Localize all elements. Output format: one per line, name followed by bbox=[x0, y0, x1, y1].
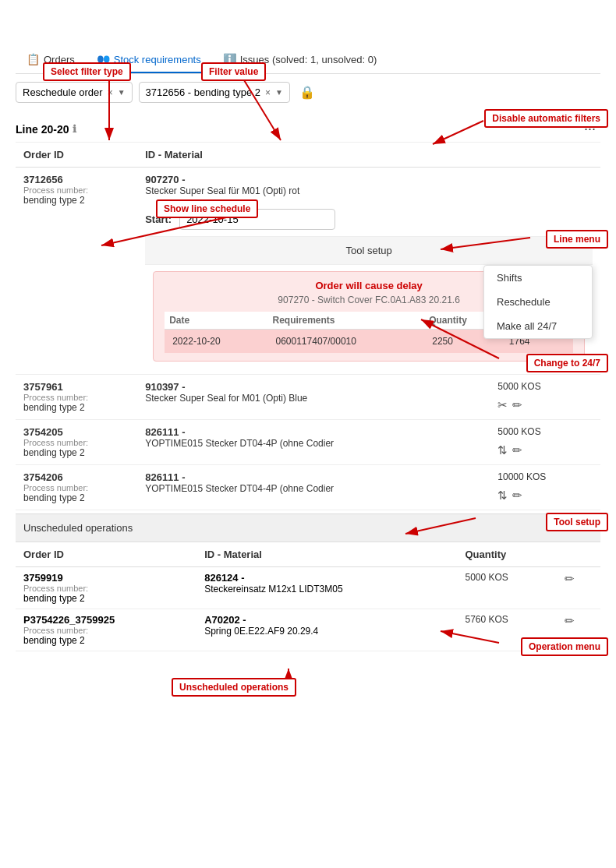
order-id-1: 3712656 bbox=[23, 174, 129, 185]
umaterial-name-1: Steckereinsatz M12x1 LIDT3M05 bbox=[204, 584, 449, 595]
delay-col-date: Date bbox=[165, 312, 267, 330]
ucol-material: ID - Material bbox=[196, 542, 457, 567]
filter-1-dropdown[interactable]: ▼ bbox=[118, 88, 126, 97]
list-item: P3754226_3759925 Process number: bending… bbox=[16, 609, 600, 651]
line-dropdown-menu: Shifts Reschedule Make all 24/7 bbox=[483, 265, 593, 339]
umaterial-id-2: A70202 - bbox=[204, 614, 449, 626]
filter-row: Reschedule order × ▼ 3712656 - bending t… bbox=[16, 82, 600, 103]
uorder-id-1: 3759919 bbox=[23, 572, 189, 584]
action-cell-4: ⇅ ✏ bbox=[497, 482, 593, 503]
filter-2-label: 3712656 - bending type 2 bbox=[146, 86, 260, 98]
ucol-order-id: Order ID bbox=[16, 542, 196, 567]
col-order-id: Order ID bbox=[16, 143, 137, 168]
line-info-icon[interactable]: ℹ bbox=[73, 123, 76, 135]
scissors-icon[interactable]: ✂ bbox=[497, 398, 508, 412]
filter-chip-2[interactable]: 3712656 - bending type 2 × ▼ bbox=[139, 82, 290, 103]
orders-table: Order ID ID - Material 3712656 Process n… bbox=[16, 143, 600, 510]
qty-3: 5000 KOS bbox=[497, 426, 593, 437]
arrows-icon-3[interactable]: ⇅ bbox=[497, 443, 508, 457]
delay-requirements: 0600117407/00010 bbox=[268, 330, 425, 354]
process-value-1: bending type 2 bbox=[23, 195, 129, 206]
process-value-2: bending type 2 bbox=[23, 402, 129, 413]
col-actions bbox=[490, 143, 600, 168]
arrows-icon-4[interactable]: ⇅ bbox=[497, 489, 508, 503]
unscheduled-section-header: Unscheduled operations bbox=[16, 513, 600, 542]
unscheduled-section-label: Unscheduled operations bbox=[23, 522, 133, 534]
table-row: 3754206 Process number: bending type 2 8… bbox=[16, 465, 600, 510]
filter-2-dropdown[interactable]: ▼ bbox=[275, 88, 283, 97]
edit-icon-4[interactable]: ✏ bbox=[512, 489, 522, 503]
edit-icon-3[interactable]: ✏ bbox=[512, 443, 522, 457]
menu-reschedule[interactable]: Reschedule bbox=[484, 290, 592, 314]
material-name-4: YOPTIME015 Stecker DT04-4P (ohne Codier bbox=[145, 483, 482, 494]
uorder-id-2: P3754226_3759925 bbox=[23, 614, 189, 626]
delay-date: 2022-10-20 bbox=[165, 330, 267, 354]
annotation-operation-menu: Operation menu bbox=[521, 637, 608, 656]
uqty-1: 5000 KOS bbox=[465, 572, 549, 583]
filter-2-close[interactable]: × bbox=[265, 87, 271, 98]
filter-1-label: Reschedule order bbox=[23, 86, 103, 98]
process-label-1: Process number: bbox=[23, 185, 129, 195]
action-cell-2: ✂ ✏ bbox=[497, 392, 593, 412]
uprocess-value-1: bending type 2 bbox=[23, 593, 189, 604]
umaterial-id-1: 826124 - bbox=[204, 572, 449, 584]
line-title-text: Line 20-20 bbox=[16, 123, 69, 136]
ucol-actions bbox=[557, 542, 600, 567]
annotation-show-line-schedule: Show line schedule bbox=[156, 199, 258, 218]
action-cell-3: ⇅ ✏ bbox=[497, 437, 593, 457]
order-id-2: 3757961 bbox=[23, 381, 129, 393]
material-id-2: 910397 - bbox=[145, 381, 482, 393]
table-row: 3757961 Process number: bending type 2 9… bbox=[16, 375, 600, 420]
uprocess-value-2: bending type 2 bbox=[23, 635, 189, 646]
line-title: Line 20-20 ℹ bbox=[16, 123, 76, 136]
delay-col-req: Requirements bbox=[268, 312, 425, 330]
order-id-4: 3754206 bbox=[23, 471, 129, 483]
annotation-disable-filters: Disable automatic filters bbox=[484, 109, 608, 128]
annotation-line-menu: Line menu bbox=[546, 230, 608, 249]
table-row: 3712656 Process number: bending type 2 9… bbox=[16, 168, 600, 375]
annotation-tool-setup: Tool setup bbox=[546, 513, 608, 531]
material-id-4: 826111 - bbox=[145, 471, 482, 483]
orders-icon: 📋 bbox=[27, 53, 40, 65]
filter-chip-1[interactable]: Reschedule order × ▼ bbox=[16, 82, 133, 103]
tool-setup-btn[interactable]: Tool setup bbox=[145, 237, 593, 265]
menu-shifts[interactable]: Shifts bbox=[484, 266, 592, 290]
table-row: 3754205 Process number: bending type 2 8… bbox=[16, 420, 600, 465]
process-label-4: Process number: bbox=[23, 483, 129, 492]
filter-1-close[interactable]: × bbox=[108, 87, 113, 98]
annotation-change-247: Change to 24/7 bbox=[526, 354, 608, 372]
uedit-icon-2[interactable]: ✏ bbox=[565, 614, 575, 627]
uprocess-label-2: Process number: bbox=[23, 626, 189, 635]
list-item: 3759919 Process number: bending type 2 8… bbox=[16, 567, 600, 609]
annotation-select-filter: Select filter type bbox=[43, 62, 131, 81]
lock-icon[interactable]: 🔒 bbox=[299, 85, 315, 100]
qty-2: 5000 KOS bbox=[497, 381, 593, 392]
material-name-1: Stecker Super Seal für M01 (Opti) rot bbox=[145, 185, 299, 196]
uqty-2: 5760 KOS bbox=[465, 614, 549, 625]
material-name-2: Stecker Super Seal for M01 (Opti) Blue bbox=[145, 393, 482, 404]
process-value-3: bending type 2 bbox=[23, 447, 129, 458]
order-id-3: 3754205 bbox=[23, 426, 129, 438]
uprocess-label-1: Process number: bbox=[23, 584, 189, 593]
process-label-2: Process number: bbox=[23, 393, 129, 402]
material-id-3: 826111 - bbox=[145, 426, 482, 438]
menu-make-all-247[interactable]: Make all 24/7 bbox=[484, 314, 592, 338]
umaterial-name-2: Spring 0E.E22.AF9 20.29.4 bbox=[204, 626, 449, 637]
material-name-3: YOPTIME015 Stecker DT04-4P (ohne Codier bbox=[145, 438, 482, 449]
process-value-4: bending type 2 bbox=[23, 492, 129, 503]
unscheduled-table: Order ID ID - Material Quantity 3759919 … bbox=[16, 542, 600, 651]
annotation-unscheduled-ops: Unscheduled operations bbox=[172, 678, 296, 697]
col-material: ID - Material bbox=[137, 143, 490, 168]
uedit-icon-1[interactable]: ✏ bbox=[565, 572, 575, 585]
edit-icon-2[interactable]: ✏ bbox=[512, 398, 522, 412]
process-label-3: Process number: bbox=[23, 438, 129, 447]
ucol-quantity: Quantity bbox=[457, 542, 557, 567]
material-id-1: 907270 - bbox=[145, 174, 299, 185]
annotation-filter-value: Filter value bbox=[201, 62, 266, 81]
qty-4: 10000 KOS bbox=[497, 471, 593, 482]
